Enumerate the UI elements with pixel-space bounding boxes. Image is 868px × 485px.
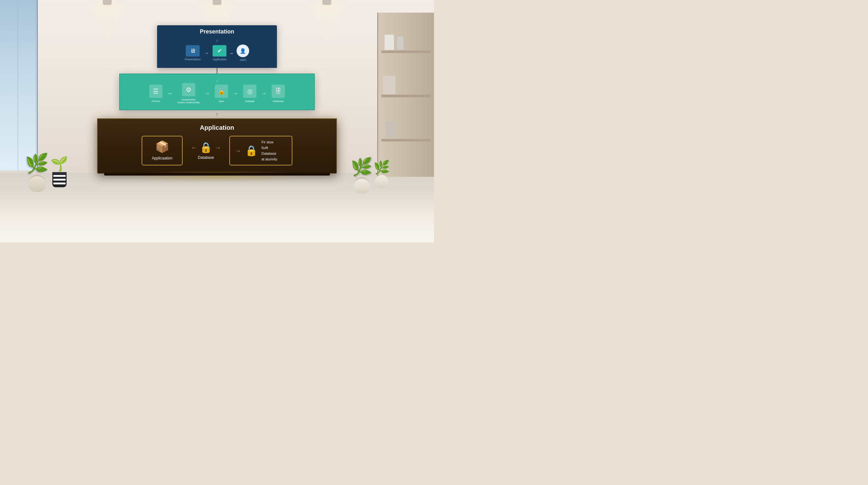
shelf-item [397, 36, 403, 50]
app-item: ✔ Application [213, 45, 226, 61]
right-text-block: Fir slow 5ulft Database at aturivity [261, 140, 277, 161]
apor-item: 🔒 Apor [215, 85, 228, 103]
right-label-1: Fir slow [261, 140, 277, 144]
plant-leaves: 🌿 [373, 160, 390, 175]
scalalization-icon: ⚙ [182, 83, 195, 96]
plant-leaves: 🌱 [51, 155, 68, 172]
application-content: 📦 Applicaation ← 🔒 → Database → 🔒 [104, 136, 330, 166]
right-label-2: 5ulft [261, 146, 277, 150]
diagram-container: Presentation ↓ 🖥 Presentation → ✔ Applic… [97, 25, 337, 174]
safaliate-icon: ◎ [243, 85, 256, 98]
connector-v-1 [217, 68, 217, 74]
arrow-mid-1: ↔ [167, 91, 173, 96]
arrow-right-2: – [230, 51, 233, 56]
arrow-down-pres: ↓ [162, 38, 272, 42]
database-mid-label: Database [273, 100, 284, 103]
arrow-left-icon: ← [191, 144, 197, 151]
fireline-icon: ☰ [149, 85, 162, 98]
scalalization-label: Scalalization Destor umdessirility [178, 98, 200, 104]
shelf-item [383, 76, 396, 94]
database-mid-icon: 🗄 [272, 85, 285, 98]
plant-left-small: 🌱 [51, 155, 68, 187]
arrow-mid-4: → [261, 91, 267, 96]
safaliate-label: Safaliate [245, 100, 254, 103]
right-label-3: Database [261, 151, 277, 155]
aws-item: 👤 AWS [237, 45, 249, 62]
plant-leaves: 🌿 [25, 152, 49, 175]
aws-label: AWS [240, 58, 246, 62]
arrow-mid-2: → [205, 91, 210, 96]
right-label-4: at aturivity [261, 157, 277, 161]
fireline-label: Firicine [152, 100, 160, 103]
shelf [381, 95, 431, 97]
room-background: 🌿 🌱 🌿 🌿 Presentation ↓ 🖥 Presentation → [0, 0, 434, 242]
presentation-content: 🖥 Presentation → ✔ Application – 👤 AWS [162, 42, 272, 63]
up-arrow: ↑ [216, 110, 219, 118]
app-left-icon: 📦 [155, 140, 169, 153]
lock-right-icon: 🔒 [245, 145, 258, 156]
aws-icon: 👤 [237, 45, 249, 57]
db-center-label: Database [198, 155, 214, 160]
shelf-item [386, 121, 395, 137]
middle-content: ☰ Firicine ↔ ⚙ Scalalization Destor umde… [126, 83, 308, 104]
presentation-title: Presentation [162, 28, 272, 35]
plant-left-big: 🌿 [25, 152, 49, 192]
fireline-item: ☰ Firicine [149, 85, 162, 103]
scalalization-item: ⚙ Scalalization Destor umdessirility [178, 83, 200, 104]
panel-glow [122, 170, 312, 182]
application-icon: ✔ [213, 45, 226, 57]
arrow-down-mid: ↓ [126, 79, 308, 83]
app-right-card: → 🔒 Fir slow 5ulft Database at aturivity [229, 136, 292, 166]
bookshelf [377, 12, 434, 177]
arrow-right-1: → [205, 51, 209, 56]
application-panel: Application 📦 Applicaation ← 🔒 → Databas… [97, 118, 337, 174]
plant-pot-round [375, 175, 388, 189]
application-label: Application [213, 58, 226, 61]
pres-item: 🖥 Presentation [185, 45, 201, 61]
plant-pot-striped [52, 172, 67, 187]
plant-leaves: 🌿 [351, 156, 372, 177]
app-arrows: ← 🔒 → [191, 141, 221, 153]
application-panel-title: Application [104, 124, 330, 131]
arrow-right-right: → [235, 147, 241, 154]
plant-pot [28, 175, 46, 192]
plant-right-small: 🌿 [373, 160, 390, 189]
apor-label: Apor [219, 100, 224, 103]
plant-pot [354, 177, 370, 194]
app-left-label: Applicaation [152, 156, 172, 161]
shelf-item [384, 35, 394, 50]
lock-center-icon: 🔒 [200, 141, 212, 153]
apor-icon: 🔒 [215, 85, 228, 98]
app-left-card: 📦 Applicaation [142, 136, 183, 166]
presentation-label: Presentation [185, 58, 201, 61]
database-mid-item: 🗄 Database [272, 85, 285, 103]
presentation-icon: 🖥 [186, 45, 200, 57]
presentation-panel: Presentation ↓ 🖥 Presentation → ✔ Applic… [157, 25, 277, 68]
window-left [0, 0, 38, 171]
shelf [381, 139, 431, 141]
shelf [381, 51, 431, 53]
arrow-mid-3: → [233, 91, 238, 96]
arrow-right-icon: → [215, 144, 221, 151]
middle-panel: ↓ ☰ Firicine ↔ ⚙ Scalalization Destor um… [119, 74, 315, 110]
plant-right-big: 🌿 [351, 156, 372, 194]
app-center-section: ← 🔒 → Database [188, 136, 224, 166]
safaliate-item: ◎ Safaliate [243, 85, 256, 103]
